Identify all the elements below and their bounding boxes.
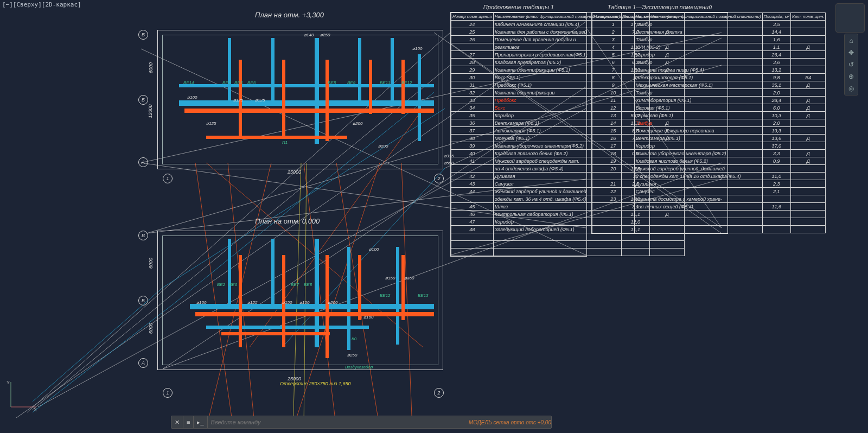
axis-letter: В: [138, 30, 148, 40]
equip-tag: ВЕ2: [222, 80, 231, 85]
table-row: 23Комната досмотра с камерой хране-: [592, 195, 826, 203]
dia-label: ⌀125: [255, 98, 265, 103]
exhaust-branch: [358, 255, 361, 320]
plan2-title: План на отм. 0,000: [255, 217, 320, 225]
axis-num: 1: [163, 388, 173, 398]
supply-duct: [179, 84, 434, 87]
dia-label: ⌀100: [412, 46, 422, 51]
supply-branch: [396, 247, 399, 345]
dia-label: ⌀150: [385, 276, 395, 281]
equip-tag: П1: [282, 140, 288, 145]
table-row: 14Тамбур2,0: [592, 119, 826, 127]
table-row: 22Санузел2,1: [592, 188, 826, 195]
table-row: 3Тамбур1,6: [592, 36, 826, 43]
axis-letter: Б: [138, 95, 148, 105]
table-continuation: Продолжение таблицы 1 Номер поме-щенияНа…: [450, 12, 587, 257]
table-row: 17Коридор37,0: [592, 142, 826, 150]
dia-label: ⌀200: [378, 144, 388, 149]
exhaust-branch: [401, 60, 405, 114]
nav-home-icon[interactable]: ⌂: [847, 36, 856, 45]
table-row: 19Кладовая чистого белья (Ф5.2)0,9Д: [592, 157, 826, 165]
equip-tag: ВЕ12: [380, 293, 391, 298]
equip-tag: ВЕ12: [401, 80, 412, 85]
note: Воздухозабор: [345, 365, 373, 370]
supply-branch: [271, 38, 275, 106]
equip-tag: ВЕ8: [328, 80, 336, 85]
table-row: 20Мужской гардероб уличной, домашней: [592, 165, 826, 173]
dia-label: ⌀140: [304, 33, 314, 37]
dia-label: ⌀125: [233, 98, 243, 103]
dia-label: ⌀160: [363, 315, 373, 320]
dia-label: ⌀125: [206, 121, 216, 126]
table-row: 9Механическая мастерская (Ф5.1)35,1Д: [592, 81, 826, 89]
model-space[interactable]: [−][Сверху][2D-каркас] X Y ⌂ ✥ ↺ ⊕ ◎: [0, 0, 868, 433]
table-row: 16Венткамера (Ф5.1)13,6Д: [592, 135, 826, 142]
supply-branch: [418, 54, 421, 141]
exhaust-riser: [326, 255, 329, 358]
table-row: и спецодежды кат 15 на 16 отд.шкафа(Ф5.4…: [592, 173, 826, 180]
table-row: 8Электрощитовая (Ф5.1)9,8В4: [592, 74, 826, 81]
nav-wheel-icon[interactable]: ◎: [847, 84, 856, 93]
command-hint: МОДЕЛЬ сетка орто отс +0,00: [469, 419, 551, 425]
supply-duct: [206, 326, 369, 329]
axis-num: 2: [434, 388, 444, 398]
equip-tag: ВЕ6: [229, 282, 237, 287]
axis-letter: А: [138, 358, 148, 368]
equip-tag: ВЕ3: [234, 80, 242, 85]
supply-branch: [391, 38, 394, 106]
axis-letter: В: [138, 231, 148, 240]
supply-branch: [347, 247, 350, 350]
nav-pan-icon[interactable]: ✥: [847, 48, 856, 57]
plan2-h2: 6000: [148, 323, 154, 334]
equip-tag: ВЕ2: [217, 282, 225, 287]
equip-tag: ВЕ9: [347, 80, 355, 85]
supply-branch: [228, 38, 231, 103]
cmd-menu-icon[interactable]: ≡: [183, 416, 194, 428]
exhaust-riser: [326, 60, 329, 141]
table-row: 10Тамбур2,0: [592, 89, 826, 97]
viewport-label[interactable]: [−][Сверху][2D-каркас]: [2, 1, 81, 8]
nav-orbit-icon[interactable]: ↺: [847, 60, 856, 69]
plan1-width: 25000: [288, 169, 301, 175]
equip-tag: ВЕ11: [380, 80, 391, 85]
table-explication: Таблица 1—Экспликация помещений Номер по…: [591, 12, 728, 234]
equip-tag: ВЕ7: [291, 282, 299, 287]
axis-letter: Б: [138, 296, 148, 305]
yellow-note-1: Отверстие 250×750 низ 1,650: [280, 381, 350, 386]
dia-label: ⌀160: [299, 300, 309, 305]
dia-label: ⌀250: [347, 353, 357, 358]
exhaust-branch: [282, 60, 285, 138]
supply-duct: [179, 100, 434, 106]
table-row: 5Коридор26,4: [592, 51, 826, 59]
supply-riser: [315, 239, 319, 347]
cmd-close-icon[interactable]: ✕: [171, 416, 183, 428]
supply-branch: [228, 239, 231, 307]
table-row: 15Помещение дежурного персонала19,3: [592, 127, 826, 135]
table-row: 2Лестничная клетка14,4: [592, 28, 826, 36]
supply-branch: [358, 38, 361, 106]
view-cube[interactable]: [835, 3, 865, 33]
exhaust-duct: [184, 109, 434, 113]
dia-label: ⌀100: [196, 300, 206, 305]
command-input[interactable]: [208, 418, 464, 426]
svg-text:X: X: [34, 407, 37, 411]
dia-label: ⌀250: [320, 33, 330, 37]
plan2-h1: 6000: [148, 258, 154, 269]
command-line[interactable]: ✕ ≡ ▸_ МОДЕЛЬ сетка орто отс +0,00: [171, 416, 552, 429]
equip-tag: ВЕ14: [183, 80, 194, 85]
dia-label: ⌀200: [328, 300, 337, 305]
plan1-frame: [157, 30, 443, 169]
table1-title: Продолжение таблицы 1: [451, 4, 586, 10]
dia-label: ⌀100: [187, 95, 197, 100]
table-row: 4КУИ (Ф5.2)1,1Д: [592, 43, 826, 51]
nav-zoom-icon[interactable]: ⊕: [847, 72, 856, 81]
exhaust-duct: [195, 312, 434, 316]
table-row: 11Химлаборатория (Ф5.1)28,4Д: [592, 97, 826, 104]
exhaust-branch: [369, 60, 372, 114]
table2-title: Таблица 1—Экспликация помещений: [592, 4, 727, 10]
dia-label: ⌀125: [247, 300, 257, 305]
table-row: 18Комната уборочного инвентаря (Ф5.2)3,3…: [592, 150, 826, 157]
dia-label: ⌀150: [282, 300, 292, 305]
supply-riser: [315, 38, 319, 144]
ucs-icon[interactable]: X Y: [7, 379, 39, 411]
